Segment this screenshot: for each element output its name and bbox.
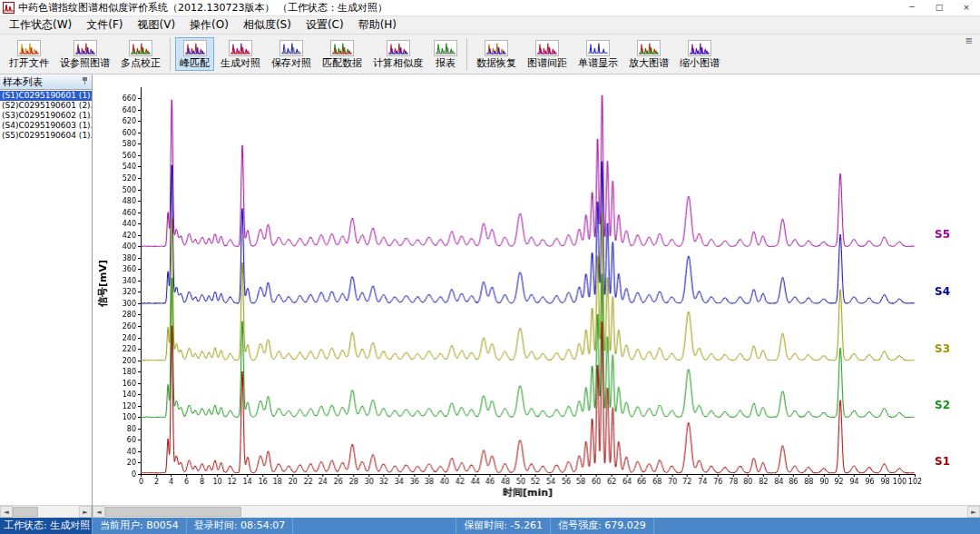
match-data-icon [330,40,354,56]
chart-scrollbar[interactable]: ◄ ► [93,505,980,518]
sample-item-4[interactable]: (S4)C0295190603 (1).cdf [0,121,92,131]
window-title: 中药色谱指纹图谱相似度评价系统（2012.130723版本） （工作状态：生成对… [18,1,387,15]
app-window: 中药色谱指纹图谱相似度评价系统（2012.130723版本） （工作状态：生成对… [0,0,980,534]
close-button[interactable]: × [953,0,980,15]
toolbar-button-data-restore[interactable]: 数据恢复 [472,37,521,71]
toolbar-button-zoom-out-spectrum[interactable]: 缩小图谱 [675,37,724,71]
toolbar-grip-icon[interactable]: ≣ [962,35,976,47]
toolbar-label: 生成对照 [220,57,260,69]
toolbar-label: 匹配数据 [322,57,362,69]
toolbar-button-single-spectrum[interactable]: 单谱显示 [573,37,622,71]
toolbar-button-multipoint-calibration[interactable]: 多点校正 [116,37,165,71]
toolbar-label: 单谱显示 [578,57,618,69]
sample-panel: 样本列表 (S1)C0295190601 (1).cdf(S2)C0295190… [0,74,93,518]
toolbar-label: 放大图谱 [629,57,669,69]
open-file-icon [17,40,41,56]
toolbar-button-generate-reference[interactable]: 生成对照 [216,37,265,71]
scroll-track [38,506,79,518]
status-work-state: 工作状态: 生成对照 [0,518,93,534]
menu-item-similarity[interactable]: 相似度(S) [236,16,299,34]
scroll-thumb[interactable] [13,507,38,517]
toolbar-separator [466,38,467,71]
set-reference-icon [74,40,97,56]
menu-item-file[interactable]: 文件(F) [79,16,130,34]
status-login-time: 登录时间: 08:54:07 [187,518,294,534]
spectra-spacing-icon [535,40,559,56]
status-retention-time: 保留时间: -5.261 [456,518,551,534]
sample-panel-title: 样本列表 [3,75,43,89]
chart-area: ◄ ► [93,74,980,518]
sample-item-5[interactable]: (S5)C0295190604 (1).cdf [0,131,92,141]
status-fill [654,518,980,534]
peak-match-icon [183,40,207,56]
status-current-user: 当前用户: B0054 [93,518,187,534]
report-icon [434,40,457,56]
menu-item-settings[interactable]: 设置(C) [299,16,351,34]
toolbar-label: 打开文件 [9,57,49,69]
status-bar: 工作状态: 生成对照 当前用户: B0054 登录时间: 08:54:07 保留… [0,518,980,534]
toolbar-button-match-data[interactable]: 匹配数据 [318,37,367,71]
multipoint-calibration-icon [129,40,152,56]
data-restore-icon [485,40,508,56]
toolbar-label: 报表 [436,57,456,69]
scroll-right-icon[interactable]: ► [79,506,92,518]
menu-item-view[interactable]: 视图(V) [131,16,183,34]
zoom-out-spectrum-icon [688,40,711,56]
sample-panel-scrollbar[interactable]: ◄ ► [0,505,92,518]
menu-item-operate[interactable]: 操作(O) [182,16,236,34]
scroll-left-icon[interactable]: ◄ [93,506,105,518]
sample-list: (S1)C0295190601 (1).cdf(S2)C0295190601 (… [0,90,92,505]
toolbar-button-save-reference[interactable]: 保存对照 [267,37,316,71]
toolbar-button-open-file[interactable]: 打开文件 [5,37,54,71]
sample-panel-header: 样本列表 [0,74,92,90]
maximize-button[interactable]: □ [926,0,953,15]
toolbar-label: 多点校正 [121,57,161,69]
menu-item-help[interactable]: 帮助(H) [351,16,404,34]
toolbar-label: 计算相似度 [373,57,423,69]
toolbar-label: 缩小图谱 [680,57,720,69]
toolbar-button-report[interactable]: 报表 [429,37,462,71]
main-content: 样本列表 (S1)C0295190601 (1).cdf(S2)C0295190… [0,74,980,518]
toolbar-button-spectra-spacing[interactable]: 图谱间距 [523,37,572,71]
toolbar-label: 设参照图谱 [60,57,110,69]
toolbar-label: 图谱间距 [527,57,567,69]
toolbar-label: 峰匹配 [180,57,210,69]
toolbar-label: 数据恢复 [476,57,516,69]
window-controls: ─ □ × [898,0,980,15]
toolbar-label: 保存对照 [271,57,311,69]
app-icon [3,2,15,14]
toolbar-button-set-reference[interactable]: 设参照图谱 [55,37,114,71]
scroll-track [241,506,967,518]
toolbar-button-calc-similarity[interactable]: 计算相似度 [368,37,427,71]
sample-item-1[interactable]: (S1)C0295190601 (1).cdf [0,91,92,101]
toolbar-button-peak-match[interactable]: 峰匹配 [175,37,214,71]
scroll-left-icon[interactable]: ◄ [0,506,13,518]
toolbar-separator [170,38,171,71]
toolbar: 打开文件设参照图谱多点校正峰匹配生成对照保存对照匹配数据计算相似度报表数据恢复图… [0,35,980,74]
sample-item-2[interactable]: (S2)C0295190601 (2).cdf [0,101,92,111]
single-spectrum-icon [586,40,610,56]
toolbar-button-zoom-in-spectrum[interactable]: 放大图谱 [624,37,673,71]
chromatogram-chart[interactable] [93,74,980,505]
scroll-thumb[interactable] [105,507,241,517]
zoom-in-spectrum-icon [637,40,661,56]
save-reference-icon [279,40,303,56]
generate-reference-icon [229,40,252,56]
menu-bar: 工作状态(W)文件(F)视图(V)操作(O)相似度(S)设置(C)帮助(H) [0,16,980,35]
sample-item-3[interactable]: (S3)C0295190602 (1).cdf [0,111,92,121]
title-bar[interactable]: 中药色谱指纹图谱相似度评价系统（2012.130723版本） （工作状态：生成对… [0,0,980,16]
scroll-right-icon[interactable]: ► [967,506,980,518]
menu-item-work-state[interactable]: 工作状态(W) [2,16,79,34]
minimize-button[interactable]: ─ [898,0,926,15]
status-spacer [293,518,456,534]
calc-similarity-icon [387,40,410,56]
status-signal-strength: 信号强度: 679.029 [551,518,654,534]
pin-icon[interactable] [81,76,89,88]
